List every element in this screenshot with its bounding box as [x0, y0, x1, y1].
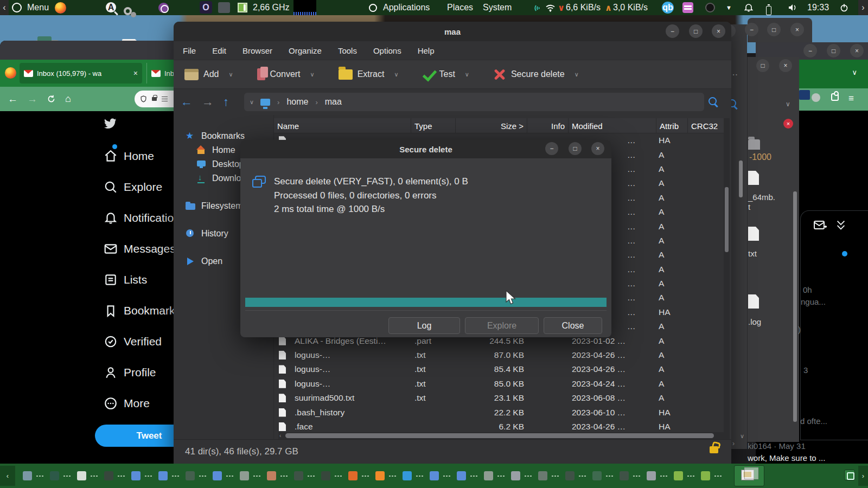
breadcrumb-maa[interactable]: maa [325, 97, 342, 107]
task-icon[interactable] [104, 471, 113, 480]
horizontal-scrollbar[interactable]: ‹ [278, 432, 730, 439]
shield-icon[interactable] [140, 95, 147, 103]
task-icon[interactable] [77, 471, 86, 480]
toolbar-button[interactable]: Extract ∨ [339, 69, 399, 80]
firefox-icon[interactable] [5, 67, 16, 79]
places-menu[interactable]: Places [447, 0, 473, 15]
taskbar-item[interactable] [484, 471, 505, 480]
taskbar-item[interactable] [375, 471, 396, 480]
signal-arcs-icon[interactable] [534, 3, 545, 13]
tray-mini-icon[interactable] [844, 470, 855, 480]
menu-item[interactable]: Edit [212, 46, 226, 55]
toolbar-button[interactable]: Convert ∨ [257, 68, 315, 80]
tor-browser-icon[interactable]: O [200, 1, 212, 14]
table-row[interactable]: .face 6.2 KB 2023-04-26 … HA [274, 420, 730, 432]
nav-profile[interactable]: Profile [0, 357, 175, 388]
minimize-button[interactable]: − [666, 24, 679, 38]
menu-button[interactable]: Menu [27, 0, 49, 15]
tab-close-icon[interactable]: × [133, 69, 138, 78]
pinned-tab[interactable] [799, 90, 810, 100]
close-button[interactable]: Close [544, 317, 602, 334]
menu-item[interactable]: File [183, 46, 196, 55]
battery-icon[interactable] [766, 3, 771, 18]
maximize-button[interactable]: □ [827, 44, 840, 57]
toolbar-button[interactable]: Test ∨ [422, 68, 469, 80]
terminal-icon[interactable] [218, 2, 230, 13]
forward-icon[interactable]: → [27, 93, 37, 105]
background-window-top[interactable]: − □ × [748, 18, 812, 42]
taskbar-item[interactable] [592, 471, 613, 480]
close-button[interactable]: × [850, 44, 864, 57]
power-icon[interactable] [840, 3, 848, 12]
taskbar-item[interactable] [348, 471, 369, 480]
taskbar-item[interactable] [430, 471, 450, 480]
table-row[interactable]: loguus-… .txt 85.4 KB 2023-04-26 … A [274, 362, 730, 376]
up-icon[interactable]: ↑ [223, 95, 229, 109]
new-message-icon[interactable] [814, 220, 827, 230]
chevron-down-icon[interactable]: ∨ [575, 71, 579, 78]
search-tool-icon[interactable]: A [106, 2, 116, 12]
scrollbar-thumb[interactable] [285, 433, 714, 438]
column-name[interactable]: Name [274, 118, 411, 133]
taskbar-item[interactable] [294, 471, 315, 480]
nav-more[interactable]: More [0, 388, 175, 419]
scroll-left-icon[interactable]: ‹ [278, 433, 281, 439]
task-icon[interactable] [186, 471, 195, 480]
column-type[interactable]: Type [411, 118, 456, 133]
file-icon[interactable] [748, 171, 759, 185]
firefox-launcher-icon[interactable] [55, 0, 66, 15]
taskbar-item[interactable] [403, 471, 423, 480]
taskbar-item[interactable] [50, 471, 71, 480]
hamburger-menu-icon[interactable]: ≡ [848, 93, 854, 104]
file-label[interactable]: _64mb. [748, 192, 775, 202]
taskbar-item[interactable] [674, 471, 694, 480]
lock-icon[interactable] [152, 97, 157, 101]
back-icon[interactable]: ← [181, 95, 193, 109]
maximize-button[interactable]: □ [689, 24, 703, 38]
taskbar-item[interactable] [620, 471, 640, 480]
nav-bookmarks[interactable]: Bookmarks [0, 295, 175, 326]
close-badge-icon[interactable]: × [783, 119, 793, 129]
task-icon[interactable] [565, 471, 575, 480]
filter-tray-icon[interactable]: ▼ [726, 0, 732, 15]
back-icon[interactable]: ← [8, 93, 18, 105]
taskbar-item[interactable] [457, 471, 477, 480]
taskbar-item[interactable] [538, 471, 559, 480]
task-icon[interactable] [267, 471, 276, 480]
system-menu[interactable]: System [483, 0, 512, 15]
tor-icon[interactable] [158, 0, 169, 15]
taskbar-item[interactable] [267, 471, 288, 480]
secure-delete-dialog[interactable]: Secure delete − □ × Secure delete (VERY_… [240, 140, 611, 337]
maximize-button[interactable]: □ [767, 23, 781, 36]
task-icon[interactable] [484, 471, 493, 480]
nav-notifications[interactable]: Notifications [0, 202, 175, 233]
minimize-button[interactable]: − [545, 142, 558, 155]
task-icon[interactable] [674, 471, 683, 480]
taskbar-item[interactable] [213, 471, 233, 480]
folder-icon[interactable] [748, 139, 760, 150]
panel-collapse-right-icon[interactable]: › [858, 0, 868, 15]
mint-menu-icon[interactable] [12, 0, 22, 15]
breadcrumb-home[interactable]: home [286, 97, 308, 107]
taskbar-item[interactable] [701, 471, 722, 480]
task-icon[interactable] [701, 471, 710, 480]
task-icon[interactable] [511, 471, 520, 480]
double-chevron-down-icon[interactable] [835, 219, 847, 231]
firefox-window[interactable]: Inbox (105,979) - wa × Inb ← → ⌂ [0, 41, 175, 464]
settings-sliders-icon[interactable] [162, 97, 168, 101]
computer-icon[interactable] [260, 99, 270, 106]
task-icon[interactable] [213, 471, 222, 480]
chevron-right-icon[interactable]: › [732, 440, 735, 447]
close-button[interactable]: × [779, 59, 792, 72]
explore-button[interactable]: Explore [465, 317, 539, 334]
taskbar-scroll-left-icon[interactable]: ‹ [0, 466, 15, 486]
menu-item[interactable]: Browser [242, 46, 272, 55]
file-label[interactable]: t [748, 202, 750, 211]
nav-verified[interactable]: Verified [0, 326, 175, 357]
wifi-icon[interactable] [545, 4, 556, 12]
tab-inbox-2[interactable]: Inb [146, 63, 175, 84]
task-icon[interactable] [294, 471, 303, 480]
cpu-graph[interactable] [293, 0, 316, 15]
chevron-down-icon[interactable]: ∨ [244, 99, 259, 106]
menu-item[interactable]: Organize [289, 46, 322, 55]
